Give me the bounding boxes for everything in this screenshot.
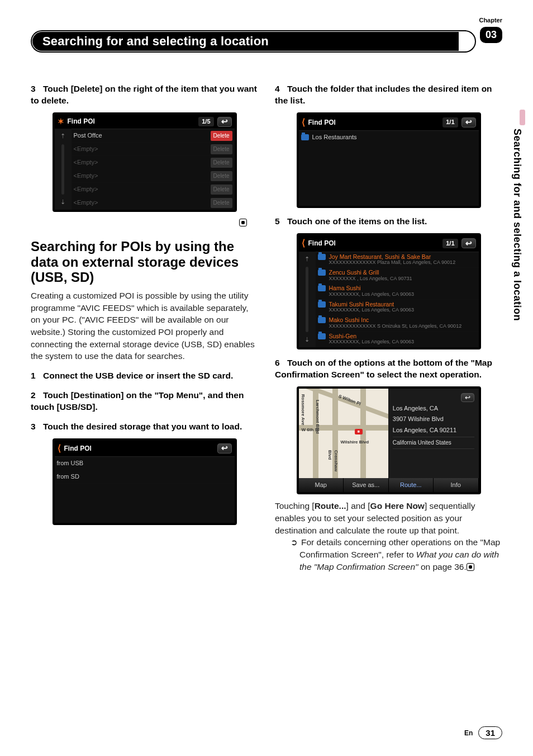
shot2-row1: from SD bbox=[57, 472, 232, 481]
arrow-bullet-icon bbox=[291, 537, 301, 547]
step-6: 6Touch on of the options at the bottom o… bbox=[275, 357, 502, 381]
scroll-side: ⇡ ⇣ bbox=[55, 129, 72, 210]
street-label: Wilshire Blvd bbox=[341, 439, 369, 445]
footer-page-number: 31 bbox=[478, 726, 502, 739]
return-icon: ↩ bbox=[217, 117, 232, 127]
section-end-icon bbox=[239, 219, 247, 226]
shot2-row0: from USB bbox=[57, 459, 232, 467]
delete-button-disabled: Delete bbox=[211, 144, 232, 154]
scroll-down-icon: ⇣ bbox=[304, 336, 310, 344]
chapter-label: Chapter bbox=[479, 17, 502, 23]
chapter-number-badge: 03 bbox=[480, 27, 502, 43]
folder-icon bbox=[318, 333, 326, 339]
map-pin-icon: ■ bbox=[355, 429, 363, 434]
poi3-addr: XXXXXXXXX, Los Angeles, CA 90063 bbox=[329, 308, 477, 313]
page-title: Searching for and selecting a location bbox=[32, 32, 459, 51]
info-city: Los Angeles, CA bbox=[393, 404, 474, 413]
info-addr2: Los Angeles, CA 90211 bbox=[393, 426, 474, 434]
folder-icon bbox=[318, 270, 326, 276]
shot1-page: 1/5 bbox=[198, 117, 213, 126]
folder-icon bbox=[318, 285, 326, 291]
scroll-down-icon: ⇣ bbox=[60, 198, 65, 206]
folder-icon bbox=[301, 134, 309, 140]
para-avic-feeds: Creating a customized POI is possible by… bbox=[31, 290, 258, 362]
delete-button: Delete bbox=[211, 131, 232, 141]
shot1-row3: <Empty> bbox=[74, 172, 207, 180]
step-3: 3Touch [Delete] on the right of the item… bbox=[31, 83, 258, 107]
shot1-row2: <Empty> bbox=[74, 158, 207, 167]
poi1-name: Zencu Sushi & Grill bbox=[329, 270, 477, 276]
folder-icon bbox=[318, 317, 326, 323]
page-title-pill: Searching for and selecting a location bbox=[31, 30, 460, 53]
step-3b: 3Touch the desired storage that you want… bbox=[31, 421, 258, 433]
delete-button-disabled: Delete bbox=[211, 171, 232, 181]
map-image: Rossmore Ave Larchmont Blvd S Wilton Pl … bbox=[299, 389, 388, 478]
shot1-title: Find POI bbox=[68, 117, 95, 126]
street-label: Rossmore Ave bbox=[300, 394, 306, 425]
return-icon: ↩ bbox=[461, 238, 476, 248]
section-end-icon bbox=[467, 563, 474, 571]
step-1: 1Connect the USB device or insert the SD… bbox=[31, 370, 258, 382]
bullet-crossref: For details concerning other operations … bbox=[291, 536, 502, 573]
return-icon: ↩ bbox=[217, 443, 232, 453]
street-label: Crenshaw Blvd bbox=[327, 450, 339, 478]
step-5: 5Touch one of the items on the list. bbox=[275, 216, 502, 228]
shot1-row0: Post Offce bbox=[74, 131, 207, 140]
poi2-addr: XXXXXXXXX, Los Angeles, CA 90063 bbox=[329, 292, 477, 297]
info-region: California United States bbox=[393, 437, 474, 449]
delete-button-disabled: Delete bbox=[211, 158, 232, 168]
shot3-folder: Los Restaurants bbox=[312, 133, 477, 141]
page-footer: En 31 bbox=[464, 726, 502, 739]
screenshot-usb-sd: ⟨ Find POI ↩ from USB from SD bbox=[53, 438, 237, 525]
shot1-row5: <Empty> bbox=[74, 199, 207, 207]
street-label: S Wilton Pl bbox=[337, 393, 361, 407]
shot1-row1: <Empty> bbox=[74, 145, 207, 153]
screenshot-map-confirmation: Rossmore Ave Larchmont Blvd S Wilton Pl … bbox=[297, 386, 481, 494]
step-2: 2Touch [Destination] on the "Top Menu", … bbox=[31, 390, 258, 413]
shot3-title: Find POI bbox=[308, 118, 336, 127]
shot4-page: 1/1 bbox=[442, 239, 458, 248]
poi5-addr: XXXXXXXXX, Los Angeles, CA 90063 bbox=[329, 339, 477, 345]
back-icon: ⟨ bbox=[58, 442, 61, 455]
poi0-addr: XXXXXXXXXXXXXX Plaza Mall, Los Angeles, … bbox=[329, 260, 477, 266]
poi1-addr: XXXXXXXX , Los Angeles, CA 90731 bbox=[329, 276, 477, 282]
tab-info: Info bbox=[434, 478, 479, 492]
heading-pois-external: Searching for POIs by using the data on … bbox=[31, 239, 258, 285]
back-icon: ⟨ bbox=[302, 116, 305, 129]
right-column: 4Touch the folder that includes the desi… bbox=[275, 75, 502, 573]
folder-icon bbox=[318, 301, 326, 308]
screenshot-delete-list: ✶ Find POI 1/5 ↩ ⇡ ⇣ Post OffceDelete <E… bbox=[53, 112, 237, 212]
tab-route: Route... bbox=[389, 478, 434, 492]
delete-button-disabled: Delete bbox=[211, 198, 232, 208]
return-icon: ↩ bbox=[461, 117, 476, 127]
scroll-up-icon: ⇡ bbox=[304, 255, 310, 263]
return-icon: ↩ bbox=[461, 393, 474, 402]
step-4: 4Touch the folder that includes the desi… bbox=[275, 83, 502, 107]
folder-icon bbox=[318, 254, 326, 260]
para-route-gohere: Touching [Route...] and [Go Here Now] se… bbox=[275, 500, 502, 536]
back-icon: ⟨ bbox=[302, 237, 305, 249]
scroll-up-icon: ⇡ bbox=[60, 132, 65, 140]
tab-saveas: Save as... bbox=[344, 478, 389, 492]
street-label: W 6th St bbox=[302, 427, 320, 433]
shot1-row4: <Empty> bbox=[74, 185, 207, 193]
shot4-title: Find POI bbox=[308, 239, 336, 248]
poi4-addr: XXXXXXXXXXXXXX S Onizuka St, Los Angeles… bbox=[329, 324, 477, 329]
scroll-side: ⇡ ⇣ bbox=[299, 252, 316, 348]
section-tab-marker bbox=[520, 110, 525, 125]
tab-map: Map bbox=[299, 478, 344, 492]
star-icon: ✶ bbox=[58, 116, 64, 127]
shot2-title: Find POI bbox=[64, 444, 92, 453]
delete-button-disabled: Delete bbox=[211, 185, 232, 195]
info-addr: 3907 Wilshire Blvd bbox=[393, 415, 474, 423]
footer-lang: En bbox=[464, 729, 473, 737]
shot3-page: 1/1 bbox=[442, 117, 458, 127]
vertical-section-title: Searching for and selecting a location bbox=[511, 129, 523, 321]
screenshot-folder-list: ⟨ Find POI 1/1 ↩ Los Restaurants bbox=[297, 112, 481, 208]
left-column: 3Touch [Delete] on the right of the item… bbox=[31, 75, 258, 573]
screenshot-poi-list: ⟨ Find POI 1/1 ↩ ⇡ ⇣ Joy Mart Restaurant… bbox=[297, 233, 481, 349]
